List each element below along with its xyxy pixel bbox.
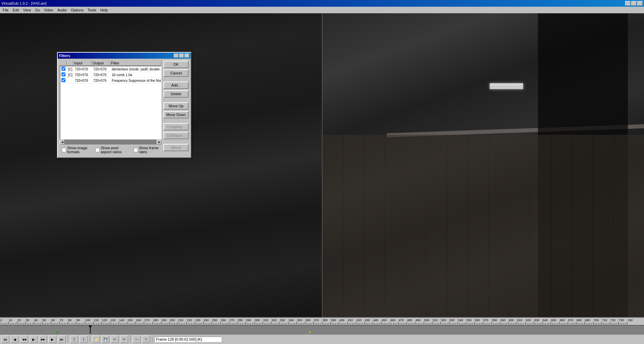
toolbar-btn-save-file[interactable]: 💾 [101, 336, 109, 343]
svg-text:590: 590 [500, 319, 505, 322]
menu-video[interactable]: Video [42, 7, 55, 13]
show-frame-rates-label[interactable]: Show frame rates [134, 146, 159, 154]
menu-bar: File Edit View Go Video Audio Options To… [0, 7, 644, 13]
svg-text:480: 480 [407, 319, 412, 322]
delete-button[interactable]: Delete [163, 90, 189, 98]
filter-row-2-checkbox[interactable] [61, 72, 65, 76]
move-up-button[interactable]: Move Up [163, 102, 189, 110]
show-pixel-aspect-label[interactable]: Show pixel aspect ratios [95, 146, 130, 154]
maximize-button[interactable]: □ [631, 1, 637, 6]
btn-separator-4 [163, 140, 189, 142]
move-down-button[interactable]: Move Down [163, 111, 189, 118]
show-pixel-aspect-checkbox[interactable] [95, 148, 100, 152]
toolbar-btn-cut[interactable]: ✂ [120, 336, 128, 343]
filter-row-3-checkbox[interactable] [61, 78, 65, 82]
cropping-button[interactable]: Cropping... [163, 123, 189, 130]
filters-close-btn[interactable]: × [185, 54, 189, 58]
filter-list[interactable]: [C] 720×576 720×576 deinterlace (mode: y… [60, 66, 161, 139]
toolbar-btn-forward-end[interactable]: ⏭ [58, 336, 66, 343]
svg-text:340: 340 [289, 319, 294, 322]
svg-text:100: 100 [85, 319, 90, 322]
timeline-area: 0102030405060708090100110120130140150160… [0, 317, 644, 334]
menu-options[interactable]: Options [69, 7, 86, 13]
ok-button[interactable]: OK [163, 61, 189, 68]
keyframe-marker [309, 331, 311, 333]
menu-view[interactable]: View [21, 7, 33, 13]
toolbar-btn-zoom-out[interactable]: — [133, 336, 141, 343]
show-image-formats-label[interactable]: Show image formats [62, 146, 91, 154]
toolbar-btn-segment[interactable]: ✂ [111, 336, 119, 343]
menu-file[interactable]: File [1, 7, 11, 13]
filters-maximize-btn[interactable]: □ [179, 54, 184, 58]
filters-minimize-btn[interactable]: _ [174, 54, 179, 58]
svg-text:0: 0 [0, 319, 2, 322]
svg-text:690: 690 [585, 319, 590, 322]
menu-tools[interactable]: Tools [86, 7, 98, 13]
svg-text:270: 270 [229, 319, 234, 322]
toolbar-btn-open-file[interactable]: 📁 [92, 336, 100, 343]
close-button[interactable]: × [637, 1, 643, 6]
toolbar-btn-play-backward[interactable]: ◀◀ [20, 336, 28, 343]
svg-text:430: 430 [365, 319, 370, 322]
filter-row-2-check[interactable] [60, 72, 67, 77]
filter-row-1[interactable]: [C] 720×576 720×576 deinterlace (mode: y… [60, 66, 161, 72]
toolbar-btn-play-forward-fast[interactable]: ▶▶ [39, 336, 47, 343]
configure-button[interactable]: Configure... [163, 132, 189, 139]
toolbar-btn-play[interactable]: ▶ [30, 336, 38, 343]
svg-text:310: 310 [263, 319, 268, 322]
hscroll-track[interactable] [64, 140, 157, 144]
menu-go[interactable]: Go [33, 7, 42, 13]
filters-title-bar[interactable]: Filters _ □ × [58, 53, 191, 59]
filter-row-2[interactable]: [C] 720×576 720×576 2d comb 1.0a [60, 72, 161, 78]
video-panel-right [323, 13, 644, 317]
svg-text:580: 580 [492, 319, 497, 322]
filter-row-3-check[interactable] [60, 78, 67, 83]
svg-text:700: 700 [594, 319, 599, 322]
toolbar-separator-3 [130, 336, 131, 343]
hscroll-right-btn[interactable]: ▶ [157, 140, 161, 145]
cancel-button[interactable]: Cancel [163, 69, 189, 77]
svg-text:640: 640 [543, 319, 548, 322]
svg-text:290: 290 [246, 319, 251, 322]
filter-row-3-input: 720×576 [74, 78, 92, 83]
svg-text:140: 140 [119, 319, 124, 322]
filters-buttons: OK Cancel Add... Delete Move Up Move Dow… [163, 61, 189, 155]
filter-row-1-check[interactable] [60, 66, 67, 72]
svg-text:570: 570 [483, 319, 488, 322]
filter-row-1-output: 720×576 [92, 67, 111, 71]
filter-row-3-tag [67, 80, 74, 81]
toolbar-btn-zoom-in[interactable]: + [142, 336, 150, 343]
filter-row-3[interactable]: 720×576 720×576 Frequency Suppressor of … [60, 78, 161, 83]
filter-row-1-checkbox[interactable] [61, 67, 65, 71]
svg-text:720: 720 [610, 319, 615, 322]
menu-help[interactable]: Help [98, 7, 110, 13]
toolbar-btn-next-frame[interactable]: ▶ [48, 336, 56, 343]
svg-text:380: 380 [323, 319, 328, 322]
toolbar-btn-mark-in[interactable]: [ [70, 336, 78, 343]
show-image-formats-checkbox[interactable] [62, 148, 66, 152]
show-frame-rates-checkbox[interactable] [134, 148, 138, 152]
svg-text:450: 450 [382, 319, 387, 322]
add-button[interactable]: Add... [163, 81, 189, 89]
ruler-svg: 0102030405060708090100110120130140150160… [0, 318, 644, 325]
hscroll-left-btn[interactable]: ◀ [60, 140, 64, 145]
svg-text:190: 190 [161, 319, 166, 322]
minimize-button[interactable]: _ [625, 1, 631, 6]
toolbar-btn-mark-out[interactable]: ] [80, 336, 88, 343]
timeline-cursor [90, 326, 91, 334]
blend-button[interactable]: Blend [163, 144, 189, 151]
svg-text:730: 730 [619, 319, 624, 322]
toolbar-btn-prev-frame[interactable]: ◀ [11, 336, 19, 343]
menu-audio[interactable]: Audio [55, 7, 69, 13]
menu-edit[interactable]: Edit [11, 7, 21, 13]
svg-text:680: 680 [577, 319, 582, 322]
timeline-track[interactable] [0, 325, 644, 334]
col-header-input: Input [73, 61, 92, 65]
filter-row-1-name: deinterlace (mode: yadif, double-TFF) [111, 67, 161, 71]
svg-text:600: 600 [509, 319, 514, 322]
filter-hscroll[interactable]: ◀ ▶ [60, 139, 161, 144]
filter-row-1-tag: [C] [67, 67, 74, 71]
toolbar-btn-rewind[interactable]: ⏮ [1, 336, 9, 343]
btn-separator-2 [163, 99, 189, 101]
svg-text:400: 400 [339, 319, 344, 322]
